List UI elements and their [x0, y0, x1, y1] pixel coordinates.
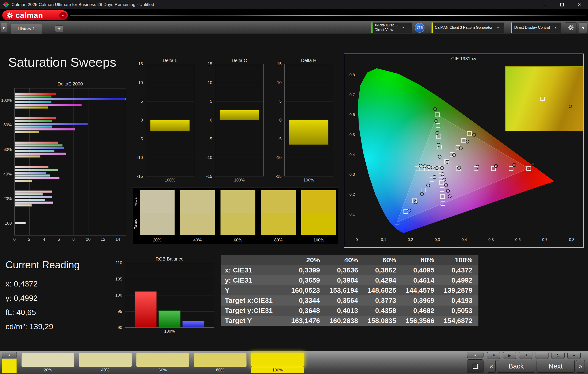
deltae-bar-cyan: [15, 101, 52, 103]
deltae-bar-yellow: [15, 106, 48, 109]
calman-logo-text: calman: [16, 11, 43, 20]
chevron-down-icon: ▼: [552, 22, 559, 33]
current-reading-title: Current Reading: [6, 259, 111, 271]
grid-line: [284, 158, 333, 158]
table-value-cell: 148,6825: [364, 285, 402, 295]
close-button[interactable]: ×: [571, 0, 588, 9]
deltae-bar-magenta: [15, 128, 75, 130]
bottom-bar: ▲ 20%40%60%80%100% ▲ ■▶⇄∞↻● « Back Next …: [0, 351, 588, 374]
settings-button[interactable]: [565, 22, 577, 33]
y-axis-labels: 151050-5-10-15: [133, 64, 144, 176]
table-row-label: y: CIE31: [221, 275, 288, 285]
rgb-balance-chart[interactable]: RGB Balance 1101051009590 100%: [115, 256, 215, 336]
y-tick-label: -10: [276, 155, 282, 160]
continuous-button[interactable]: ∞: [535, 352, 548, 359]
table-row-label: Y: [221, 285, 288, 295]
svg-text:0,6: 0,6: [349, 113, 355, 117]
table-value-cell: 0,4682: [402, 306, 440, 316]
logo-dropdown-button[interactable]: ▼: [59, 12, 67, 19]
grid-line: [284, 176, 333, 176]
deltae-bar-magenta: [15, 202, 53, 204]
x-axis-label: 100%: [284, 178, 333, 183]
group-label: 80%: [3, 123, 12, 128]
saturation-patch-button-40%[interactable]: 40%: [78, 352, 133, 373]
deltaL-bar: [150, 120, 190, 131]
panel-collapse-button[interactable]: ◀: [578, 22, 587, 33]
pattern-generator-dropdown[interactable]: CalMAN Client 3 Pattern Generator ▼: [431, 22, 504, 33]
left-panel-up-button[interactable]: ▲: [2, 352, 17, 358]
grid-line: [215, 102, 263, 102]
plot-area: [215, 64, 264, 176]
right-panel-up-button[interactable]: ▲: [467, 352, 483, 358]
deltae-bar-green: [15, 169, 58, 171]
back-button[interactable]: Back: [497, 360, 535, 373]
delta-h-chart[interactable]: Delta H 151050-5-10-15 100%: [272, 57, 334, 184]
group-label: 100%: [1, 98, 12, 103]
table-value-cell: 0,3984: [326, 275, 364, 285]
saturation-patch-button-100%[interactable]: 100%: [250, 352, 305, 373]
meter-count-badge: 716: [415, 23, 424, 33]
patch-color: [21, 353, 74, 367]
delta-l-chart[interactable]: Delta L 151050-5-10-15 100%: [133, 57, 195, 184]
window-title: Calman 2025 Calman Ultimate for Business…: [11, 2, 154, 7]
rgb-bar-green: [158, 310, 181, 327]
x-tick-label: 14: [116, 237, 120, 242]
group-label: 40%: [3, 171, 12, 176]
deltae-bar-green: [15, 193, 43, 195]
target-swatch: [301, 213, 336, 235]
minimize-button[interactable]: –: [536, 0, 553, 9]
add-tab-button[interactable]: +: [55, 25, 63, 32]
tab-history-1[interactable]: History 1: [10, 24, 42, 34]
delta-c-chart[interactable]: Delta C 151050-5-10-15 100%: [202, 57, 265, 184]
x-axis-label: 100%: [125, 329, 214, 334]
close-icon: ×: [578, 1, 581, 8]
x-axis-labels: 02468101214: [14, 237, 126, 242]
panel-expander-button[interactable]: ▶: [1, 23, 7, 32]
swatch-column-label: 40%: [180, 238, 215, 243]
deltae-bar-red: [15, 191, 52, 193]
saturation-patch-button-60%[interactable]: 60%: [136, 352, 190, 373]
page-title: Saturation Sweeps: [8, 55, 116, 70]
next-button[interactable]: Next: [536, 360, 575, 373]
deltae-bar-green: [15, 144, 63, 147]
cie-1931-chart[interactable]: CIE 1931 xy 00,10,20,30,40,50,60,70,80,1…: [344, 53, 584, 248]
chevron-up-icon: ▲: [8, 353, 11, 357]
y-tick-label: 15: [277, 62, 282, 66]
display-control-label: Direct Display Control: [511, 25, 552, 30]
titlebar: Calman 2025 Calman Ultimate for Business…: [0, 0, 588, 9]
wizard-navigation: « Back Next »: [487, 360, 585, 373]
reading-y: y: 0,4992: [6, 291, 111, 305]
svg-text:0,1: 0,1: [381, 237, 386, 242]
patch-label: 60%: [136, 367, 189, 373]
refresh-button[interactable]: ↻: [551, 352, 565, 359]
deltae2000-chart[interactable]: DeltaE 2000 100%80%60%40%20%100 02468101…: [3, 80, 129, 244]
saturation-patch-button-80%[interactable]: 80%: [193, 352, 247, 373]
calman-logo[interactable]: calman ▼: [2, 10, 68, 20]
y-tick-label: 5: [279, 99, 282, 104]
display-status-accent: [511, 22, 512, 33]
stop-button[interactable]: ■: [487, 352, 500, 359]
play-button[interactable]: ▶: [503, 352, 516, 359]
y-axis-labels: 100%80%60%40%20%100: [3, 88, 13, 235]
step-button[interactable]: ⇄: [519, 352, 532, 359]
grid-line: [88, 88, 88, 235]
brand-bar: calman ▼: [0, 9, 588, 21]
grid-line: [215, 139, 263, 139]
chevron-down-icon: ▼: [400, 22, 406, 33]
display-control-dropdown[interactable]: Direct Display Control ▼: [511, 22, 561, 33]
meter-device-dropdown[interactable]: X-Rite i1Pro 3 Direct View ▼: [371, 22, 412, 33]
chevron-right-icon: ▶: [3, 26, 6, 29]
record-button[interactable]: ●: [567, 352, 581, 359]
svg-text:0: 0: [356, 237, 358, 242]
maximize-button[interactable]: [553, 0, 571, 9]
y-tick-label: 0: [210, 118, 212, 123]
deltae-bar-blue: [15, 123, 87, 125]
actual-target-swatch-strip[interactable]: Actual Target 20%40%60%80%100%: [132, 187, 338, 244]
next-chevron-button[interactable]: »: [576, 360, 585, 373]
svg-text:0,2: 0,2: [408, 237, 413, 242]
back-chevron-button[interactable]: «: [487, 360, 496, 373]
reading-cdm2: cd/m²: 139,29: [6, 319, 111, 333]
stop-measurement-button[interactable]: [467, 359, 483, 373]
saturation-patch-button-20%[interactable]: 20%: [21, 352, 75, 373]
swatch-column-label: 100%: [301, 238, 336, 243]
